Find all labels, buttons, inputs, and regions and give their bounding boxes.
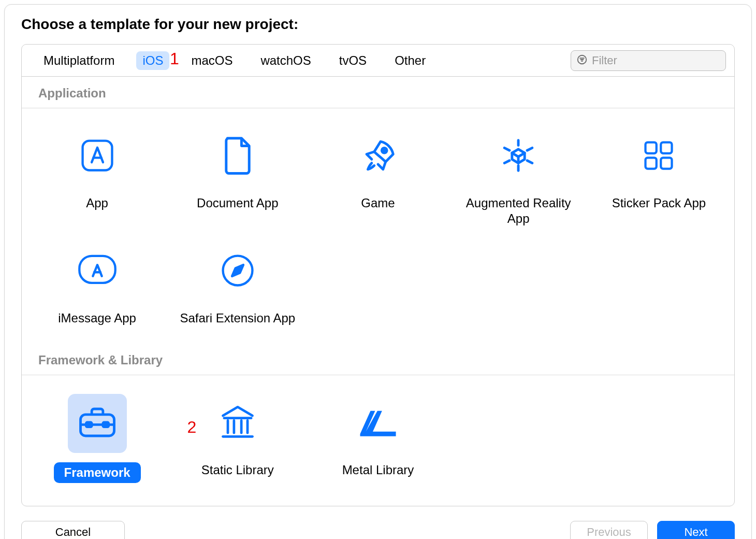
svg-rect-11	[79, 256, 115, 283]
svg-rect-9	[646, 158, 657, 168]
ar-cube-icon	[498, 135, 539, 178]
svg-point-6	[382, 148, 387, 153]
svg-rect-7	[646, 143, 657, 153]
section-header-application: Application	[22, 77, 734, 108]
template-label: iMessage App	[58, 310, 136, 326]
template-label: Augmented Reality App	[459, 195, 578, 226]
rocket-icon	[358, 135, 398, 178]
template-label: Sticker Pack App	[612, 195, 706, 211]
template-app[interactable]: App	[27, 127, 167, 226]
tab-other[interactable]: Other	[388, 51, 432, 70]
framework-grid: Framework 2	[22, 375, 734, 506]
platform-tabbar: Multiplatform iOS 1 macOS watchOS tvOS O…	[22, 45, 734, 77]
template-static-library[interactable]: Static Library	[167, 394, 308, 483]
template-imessage-app[interactable]: iMessage App	[27, 242, 167, 326]
template-label: Game	[361, 195, 395, 211]
template-ar-app[interactable]: Augmented Reality App	[448, 127, 589, 226]
library-building-icon	[218, 404, 257, 443]
previous-button[interactable]: Previous	[570, 521, 648, 539]
svg-rect-16	[86, 422, 92, 427]
svg-rect-4	[82, 141, 112, 171]
next-button[interactable]: Next	[657, 521, 735, 539]
application-grid: App Document App	[22, 108, 734, 344]
template-panel: Multiplatform iOS 1 macOS watchOS tvOS O…	[21, 44, 735, 506]
svg-rect-8	[661, 143, 672, 153]
template-label: Metal Library	[342, 462, 414, 478]
tab-ios[interactable]: iOS	[136, 51, 169, 70]
annotation-1: 1	[170, 49, 179, 68]
template-label: Safari Extension App	[180, 310, 295, 326]
tab-watchos[interactable]: watchOS	[254, 51, 317, 70]
template-label: Static Library	[201, 462, 274, 478]
filter-field[interactable]	[571, 50, 726, 71]
template-metal-library[interactable]: Metal Library	[308, 394, 448, 483]
template-label: App	[86, 195, 108, 211]
filter-input[interactable]	[592, 54, 720, 67]
svg-rect-17	[103, 422, 108, 427]
grid-icon	[641, 138, 676, 175]
template-label: Document App	[197, 195, 278, 211]
template-chooser-window: Choose a template for your new project: …	[4, 4, 752, 539]
svg-rect-10	[661, 158, 672, 168]
template-label: Framework	[54, 462, 141, 483]
document-icon	[222, 136, 253, 177]
dialog-footer: Cancel Previous Next	[5, 517, 751, 539]
app-icon	[79, 137, 115, 176]
tab-multiplatform[interactable]: Multiplatform	[37, 51, 121, 70]
template-document-app[interactable]: Document App	[167, 127, 308, 226]
filter-icon	[576, 54, 588, 67]
template-safari-extension-app[interactable]: Safari Extension App	[167, 242, 308, 326]
template-game[interactable]: Game	[308, 127, 448, 226]
tab-tvos[interactable]: tvOS	[333, 51, 373, 70]
imessage-icon	[77, 253, 118, 290]
tab-macos[interactable]: macOS	[185, 51, 239, 70]
dialog-title: Choose a template for your new project:	[5, 5, 751, 40]
template-sticker-pack-app[interactable]: Sticker Pack App	[589, 127, 729, 226]
toolbox-icon	[77, 405, 118, 442]
compass-icon	[220, 252, 256, 291]
section-header-framework: Framework & Library	[22, 344, 734, 375]
template-framework[interactable]: Framework 2	[27, 394, 167, 483]
cancel-button[interactable]: Cancel	[21, 521, 125, 539]
metal-icon	[358, 406, 398, 441]
platform-tabs: Multiplatform iOS 1 macOS watchOS tvOS O…	[30, 51, 432, 70]
